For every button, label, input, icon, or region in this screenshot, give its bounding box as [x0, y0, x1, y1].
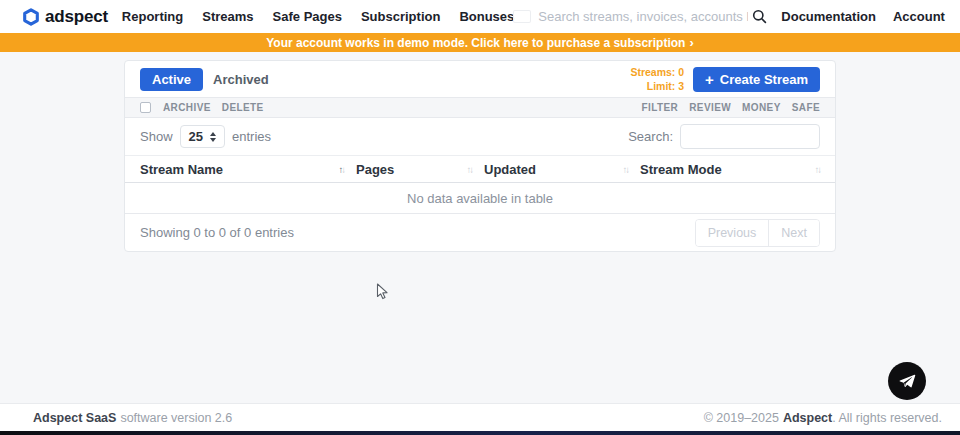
footer-version: Adspect SaaS software version 2.6 [33, 411, 232, 425]
table-search: Search: [628, 124, 820, 149]
length-label-show: Show [140, 129, 173, 144]
table-header-row: Stream Name ↑↓ Pages ↑↓ Updated ↑↓ Strea… [125, 155, 835, 183]
page-length-select[interactable]: 25 [180, 125, 225, 148]
chevron-right-icon: › [689, 35, 693, 50]
nav-bonuses[interactable]: Bonuses [459, 9, 514, 24]
streams-panel: Active Archived Streams: 0 Limit: 3 + Cr… [124, 60, 836, 252]
nav-reporting[interactable]: Reporting [122, 9, 183, 24]
table-search-input[interactable] [680, 124, 820, 149]
sort-icon: ↑↓ [623, 164, 629, 175]
column-header-stream-name[interactable]: Stream Name ↑↓ [140, 162, 356, 177]
bulk-archive-button[interactable]: ARCHIVE [163, 102, 211, 113]
tab-archived[interactable]: Archived [213, 72, 269, 87]
bottom-edge-strip [0, 431, 960, 435]
bulk-delete-button[interactable]: DELETE [222, 102, 264, 113]
table-empty-message: No data available in table [125, 183, 835, 214]
page-footer: Adspect SaaS software version 2.6 © 2019… [0, 403, 960, 431]
adspect-logo[interactable]: adspect [22, 7, 108, 27]
demo-mode-banner[interactable]: Your account works in demo mode. Click h… [0, 33, 960, 52]
table-footer: Showing 0 to 0 of 0 entries Previous Nex… [125, 214, 835, 251]
global-search-input[interactable] [538, 9, 748, 24]
stream-quota: Streams: 0 Limit: 3 [630, 65, 684, 93]
nav-streams[interactable]: Streams [202, 9, 253, 24]
bulk-actions-toolbar: ARCHIVE DELETE FILTER REVIEW MONEY SAFE [125, 97, 835, 118]
logo-text: adspect [45, 7, 108, 27]
tab-active[interactable]: Active [140, 68, 203, 91]
toggle-filter[interactable]: FILTER [642, 102, 679, 113]
telegram-icon [897, 371, 917, 391]
column-label: Stream Mode [640, 162, 722, 177]
column-toggles: FILTER REVIEW MONEY SAFE [642, 102, 820, 113]
table-controls: Show 25 entries Search: [125, 118, 835, 155]
select-arrows-icon [210, 132, 216, 142]
account-nav: Documentation Account Sign Out [781, 9, 960, 24]
demo-banner-text: Your account works in demo mode. Click h… [266, 36, 685, 50]
pagination: Previous Next [695, 219, 820, 247]
global-search-zone [514, 7, 781, 26]
column-label: Updated [484, 162, 536, 177]
footer-version-text: software version 2.6 [120, 411, 232, 425]
create-stream-button[interactable]: + Create Stream [693, 67, 820, 92]
toggle-review[interactable]: REVIEW [689, 102, 731, 113]
telegram-button[interactable] [888, 362, 926, 400]
select-all-checkbox[interactable] [140, 102, 151, 113]
copyright-years: © 2019–2025 [704, 411, 779, 425]
toggle-safe[interactable]: SAFE [792, 102, 820, 113]
quota-streams: Streams: 0 [630, 65, 684, 79]
adspect-logo-icon [22, 8, 40, 26]
column-header-stream-mode[interactable]: Stream Mode ↑↓ [640, 162, 820, 177]
column-label: Pages [356, 162, 394, 177]
sort-icon: ↑↓ [339, 164, 345, 175]
next-page-button[interactable]: Next [769, 220, 819, 246]
nav-account[interactable]: Account [893, 9, 945, 24]
previous-page-button[interactable]: Previous [696, 220, 770, 246]
table-search-label: Search: [628, 129, 673, 144]
column-header-pages[interactable]: Pages ↑↓ [356, 162, 484, 177]
copyright-brand: Adspect [783, 411, 832, 425]
toggle-money[interactable]: MONEY [742, 102, 781, 113]
sort-icon: ↑↓ [815, 164, 821, 175]
page-length-value: 25 [189, 129, 203, 144]
column-header-updated[interactable]: Updated ↑↓ [484, 162, 640, 177]
nav-subscription[interactable]: Subscription [361, 9, 440, 24]
mouse-cursor [376, 283, 389, 305]
language-flag-icon[interactable] [514, 11, 530, 22]
quota-limit: Limit: 3 [630, 79, 684, 93]
length-label-entries: entries [232, 129, 271, 144]
plus-icon: + [705, 72, 714, 87]
footer-app-name: Adspect SaaS [33, 411, 116, 425]
copyright-rest: . All rights reserved. [832, 411, 942, 425]
create-stream-label: Create Stream [720, 72, 808, 87]
column-label: Stream Name [140, 162, 223, 177]
streams-panel-header: Active Archived Streams: 0 Limit: 3 + Cr… [125, 61, 835, 97]
nav-documentation[interactable]: Documentation [781, 9, 876, 24]
top-navigation-bar: adspect Reporting Streams Safe Pages Sub… [0, 0, 960, 33]
nav-safe-pages[interactable]: Safe Pages [273, 9, 342, 24]
search-icon [752, 9, 767, 24]
sort-icon: ↑↓ [467, 164, 473, 175]
footer-copyright: © 2019–2025 Adspect . All rights reserve… [704, 411, 942, 425]
entries-info: Showing 0 to 0 of 0 entries [140, 225, 294, 240]
search-button[interactable] [748, 7, 771, 26]
main-nav: Reporting Streams Safe Pages Subscriptio… [122, 9, 514, 24]
